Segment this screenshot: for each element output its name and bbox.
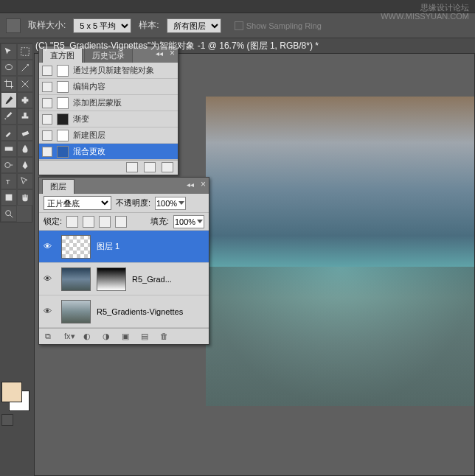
svg-rect-8 bbox=[6, 195, 13, 201]
fill-label: 填充: bbox=[150, 216, 169, 227]
new-layer-icon[interactable]: ▤ bbox=[141, 332, 153, 342]
opacity-input[interactable]: 100% bbox=[155, 197, 186, 210]
layer-thumbnail[interactable] bbox=[61, 267, 91, 291]
type-tool[interactable]: T bbox=[1, 173, 17, 189]
lock-pixels-icon[interactable] bbox=[83, 216, 94, 228]
delete-icon[interactable] bbox=[162, 162, 173, 172]
show-sampling-ring[interactable]: Show Sampling Ring bbox=[235, 21, 322, 31]
svg-point-9 bbox=[6, 211, 11, 216]
layer-row[interactable]: 👁 R5_Grad... bbox=[39, 263, 209, 295]
shape-tool[interactable] bbox=[1, 189, 17, 206]
lock-label: 锁定: bbox=[44, 216, 62, 227]
marquee-tool[interactable] bbox=[17, 43, 33, 60]
history-item[interactable]: 新建图层 bbox=[39, 127, 178, 144]
new-state-icon[interactable] bbox=[144, 162, 156, 172]
quick-mask-toggle[interactable] bbox=[1, 414, 13, 426]
lock-position-icon[interactable] bbox=[99, 216, 111, 228]
visibility-icon[interactable]: 👁 bbox=[44, 274, 55, 284]
close-icon[interactable]: × bbox=[201, 179, 206, 189]
layer-row[interactable]: 👁 图层 1 bbox=[39, 231, 209, 263]
layer-mask-thumbnail[interactable] bbox=[97, 267, 126, 291]
foreground-color[interactable] bbox=[1, 382, 22, 402]
visibility-icon[interactable]: 👁 bbox=[44, 242, 55, 252]
layers-footer: ⧉ fx▾ ◐ ◑ ▣ ▤ 🗑 bbox=[39, 328, 209, 344]
svg-text:T: T bbox=[6, 178, 10, 186]
hand-tool[interactable] bbox=[17, 189, 33, 206]
gradient-tool[interactable] bbox=[1, 141, 17, 157]
snapshot-icon[interactable] bbox=[126, 162, 138, 172]
healing-tool[interactable] bbox=[17, 92, 33, 108]
stamp-tool[interactable] bbox=[17, 108, 33, 125]
document-title: (C) "R5_Gradients-Vignettes"为智能对象 -1 @ 1… bbox=[35, 40, 319, 52]
sample-size-label: 取样大小: bbox=[28, 19, 66, 32]
layer-mask-icon[interactable]: ◐ bbox=[83, 332, 95, 342]
layer-row[interactable]: 👁 R5_Gradients-Vignettes bbox=[39, 295, 209, 328]
history-panel: 直方图 历史记录 ◂◂ × 通过拷贝新建智能对象 编辑内容 添加图层蒙版 渐变 … bbox=[38, 46, 178, 175]
visibility-icon[interactable]: 👁 bbox=[44, 307, 55, 317]
history-item[interactable]: 渐变 bbox=[39, 111, 178, 127]
link-layers-icon[interactable]: ⧉ bbox=[45, 332, 57, 342]
eraser-tool[interactable] bbox=[17, 125, 33, 141]
pen-tool[interactable] bbox=[17, 157, 33, 173]
layer-thumbnail[interactable] bbox=[61, 235, 91, 259]
crop-tool[interactable] bbox=[1, 76, 17, 92]
slice-tool[interactable] bbox=[17, 76, 33, 92]
svg-rect-5 bbox=[5, 147, 13, 150]
layer-name[interactable]: 图层 1 bbox=[97, 241, 119, 252]
history-item[interactable]: 编辑内容 bbox=[39, 79, 178, 95]
svg-rect-3 bbox=[24, 97, 27, 104]
layer-name[interactable]: R5_Gradients-Vignettes bbox=[97, 307, 183, 316]
layer-group-icon[interactable]: ▣ bbox=[122, 332, 134, 342]
svg-rect-0 bbox=[21, 48, 30, 56]
sample-select[interactable]: 所有图层 bbox=[167, 18, 221, 33]
eyedropper-tool-icon[interactable] bbox=[6, 18, 21, 33]
history-footer bbox=[39, 160, 178, 175]
history-brush-tool[interactable] bbox=[1, 125, 17, 141]
lock-transparent-icon[interactable] bbox=[66, 216, 78, 228]
watermark: 思缘设计论坛 WWW.MISSYUAN.COM bbox=[381, 3, 469, 21]
svg-point-1 bbox=[6, 65, 13, 70]
toolbox: T bbox=[0, 43, 32, 223]
svg-point-6 bbox=[5, 163, 10, 168]
lasso-tool[interactable] bbox=[1, 60, 17, 76]
document-photo bbox=[206, 97, 475, 406]
history-item[interactable]: 混合更改 bbox=[39, 144, 178, 160]
layer-thumbnail[interactable] bbox=[61, 300, 91, 323]
blend-mode-select[interactable]: 正片叠底 bbox=[44, 196, 111, 210]
panel-menu-icon[interactable]: ◂◂ bbox=[187, 181, 194, 189]
move-tool[interactable] bbox=[1, 43, 17, 60]
delete-layer-icon[interactable]: 🗑 bbox=[160, 332, 172, 342]
eyedropper-tool[interactable] bbox=[1, 92, 17, 108]
sample-size-select[interactable]: 5 x 5 平均 bbox=[73, 18, 131, 33]
history-item[interactable]: 添加图层蒙版 bbox=[39, 95, 178, 111]
opacity-label: 不透明度: bbox=[116, 197, 150, 209]
brush-tool[interactable] bbox=[1, 108, 17, 125]
tab-layers[interactable]: 图层 bbox=[42, 179, 74, 194]
layers-panel: 图层 ◂◂ × 正片叠底 不透明度: 100% 锁定: 填充: 100% 👁 图… bbox=[38, 177, 209, 345]
sample-label: 样本: bbox=[139, 19, 159, 32]
history-item[interactable]: 通过拷贝新建智能对象 bbox=[39, 63, 178, 79]
lock-all-icon[interactable] bbox=[115, 216, 127, 228]
fill-input[interactable]: 100% bbox=[173, 215, 204, 228]
blur-tool[interactable] bbox=[17, 141, 33, 157]
zoom-tool[interactable] bbox=[1, 206, 17, 222]
layer-name[interactable]: R5_Grad... bbox=[132, 275, 172, 284]
adjustment-layer-icon[interactable]: ◑ bbox=[103, 332, 114, 342]
dodge-tool[interactable] bbox=[1, 157, 17, 173]
layer-fx-icon[interactable]: fx▾ bbox=[64, 332, 76, 342]
svg-rect-4 bbox=[22, 131, 30, 136]
path-tool[interactable] bbox=[17, 173, 33, 189]
wand-tool[interactable] bbox=[17, 60, 33, 76]
